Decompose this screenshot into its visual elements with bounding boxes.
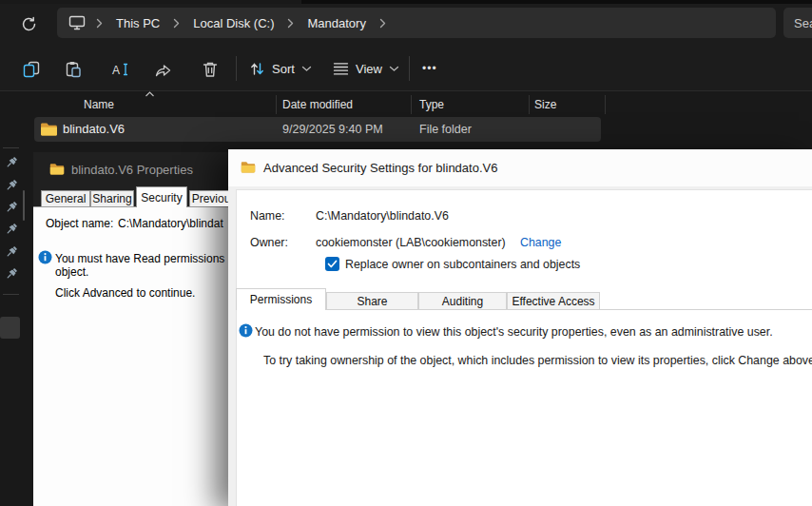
name-label: Name: [250,209,285,223]
see-more-button[interactable]: ••• [415,53,445,84]
owner-label: Owner: [250,236,288,249]
search-input[interactable]: Sea [783,8,812,38]
chevron-down-icon [301,66,312,72]
file-explorer-window: This PC Local Disk (C:) Mandatory Sea [0,0,812,506]
breadcrumb-chevron-icon[interactable] [286,18,295,29]
file-type: File folder [419,123,472,136]
chevron-down-icon [389,66,399,72]
owner-value: cookiemonster (LAB\cookiemonster) [316,236,506,249]
breadcrumb-mandatory[interactable]: Mandatory [304,16,368,30]
permission-notice-line2: object. [55,265,88,279]
column-resize-handle[interactable] [276,95,277,114]
breadcrumb-chevron-icon[interactable] [95,18,104,29]
nav-pane-scrollbar[interactable] [23,190,25,221]
copy-button[interactable] [17,55,46,84]
column-header-date-modified[interactable]: Date modified [282,98,353,111]
view-label: View [356,62,382,76]
replace-owner-label: Replace owner on subcontainers and objec… [345,258,580,271]
breadcrumb-chevron-icon[interactable] [378,18,387,29]
advanced-security-dialog: Advanced Security Settings for blindato.… [228,149,812,506]
file-date-modified: 9/29/2025 9:40 PM [282,123,383,136]
this-pc-icon [68,15,86,30]
breadcrumb-local-disk[interactable]: Local Disk (C:) [190,16,277,30]
dialog-titlebar: Advanced Security Settings for blindato.… [228,149,812,186]
breadcrumb-chevron-icon[interactable] [172,18,181,29]
column-header-type[interactable]: Type [419,98,444,111]
toolbar-divider [236,56,237,81]
refresh-button[interactable] [15,10,42,37]
file-name: blindato.V6 [63,122,125,136]
pinned-item-pin-icon[interactable] [5,156,18,169]
file-row-blindato[interactable]: blindato.V6 9/29/2025 9:40 PM File folde… [34,117,601,142]
svg-text:A: A [112,64,120,77]
sort-arrows-icon [249,61,265,77]
view-list-icon [333,62,349,76]
permission-notice-line1: You must have Read permissions [55,252,224,265]
paste-icon [65,61,82,78]
column-header-size[interactable]: Size [534,98,556,111]
tab-permissions[interactable]: Permissions [236,288,326,310]
paste-button[interactable] [59,55,87,84]
tab-effective-access[interactable]: Effective Access [507,292,600,310]
view-button[interactable]: View [327,53,405,84]
advanced-hint: Click Advanced to continue. [55,286,195,300]
pinned-item-pin-icon[interactable] [5,245,18,259]
command-toolbar: A Sort View [0,46,812,91]
object-name-label: Object name: [46,217,113,230]
share-icon [154,62,172,78]
dialog-title: blindato.V6 Properties [71,163,193,177]
checkmark-icon [327,260,338,268]
info-icon [38,250,52,264]
search-text: Sea [794,16,812,30]
rename-button[interactable]: A [106,55,135,84]
object-name-value: C:\Mandatory\blindat [118,217,223,230]
notice-line1: You do not have permission to view this … [255,325,773,339]
delete-button[interactable] [196,55,224,84]
properties-dialog: blindato.V6 Properties General Sharing S… [33,152,228,506]
column-resize-handle[interactable] [411,95,412,114]
toolbar-divider [409,56,410,81]
change-owner-link[interactable]: Change [520,236,561,249]
nav-pane-selected-item[interactable] [0,317,20,339]
rename-icon: A [111,62,130,77]
pinned-item-pin-icon[interactable] [5,201,18,214]
nav-pane-divider [3,147,19,148]
sort-label: Sort [272,62,295,76]
nav-pane-divider [3,294,19,295]
pinned-item-pin-icon[interactable] [5,223,18,236]
address-bar[interactable]: This PC Local Disk (C:) Mandatory [57,8,776,38]
trash-icon [203,61,218,78]
tab-sharing[interactable]: Sharing [90,190,134,206]
tab-share[interactable]: Share [326,292,418,310]
copy-icon [22,61,41,78]
folder-icon [40,122,58,136]
pinned-item-pin-icon[interactable] [5,179,18,192]
tab-general[interactable]: General [41,190,90,206]
replace-owner-checkbox[interactable] [325,257,339,271]
column-header-name[interactable]: Name [84,98,114,111]
pinned-item-pin-icon[interactable] [5,267,18,281]
dialog-title: Advanced Security Settings for blindato.… [263,161,497,175]
info-icon [239,323,253,338]
navigation-bar: This PC Local Disk (C:) Mandatory Sea [0,4,812,46]
notice-line2: To try taking ownership of the object, w… [263,354,812,367]
tab-auditing[interactable]: Auditing [418,292,507,310]
tab-security[interactable]: Security [136,186,187,207]
sort-ascending-icon [145,91,155,97]
sort-button[interactable]: Sort [243,53,318,84]
tab-previous-versions[interactable]: Previous [189,190,228,206]
folder-icon [49,163,65,175]
column-resize-handle[interactable] [605,95,606,114]
column-resize-handle[interactable] [529,95,530,114]
breadcrumb-this-pc[interactable]: This PC [113,16,163,30]
refresh-icon [21,16,37,32]
folder-icon [241,161,256,173]
name-value: C:\Mandatory\blindato.V6 [316,209,449,223]
share-button[interactable] [148,55,177,84]
